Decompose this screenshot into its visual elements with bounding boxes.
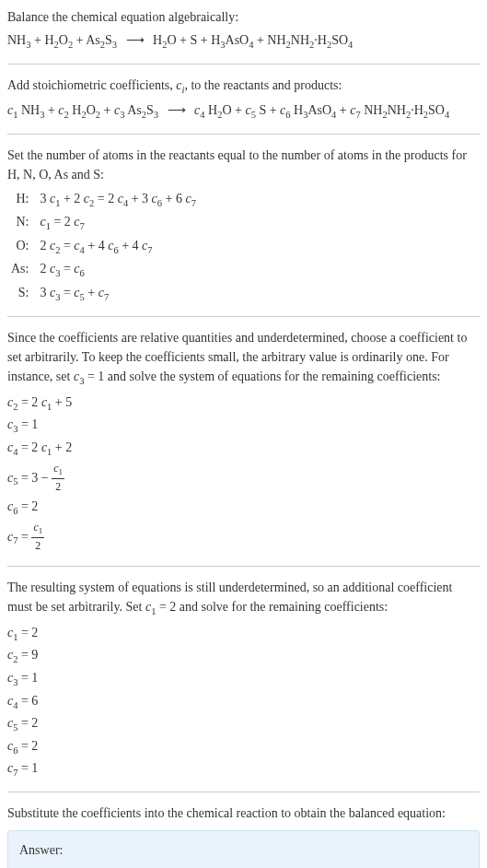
- coefficient-list: c2 = 2 c1 + 5 c3 = 1 c4 = 2 c1 + 2 c5 = …: [7, 393, 480, 555]
- step2-text: Set the number of atoms in the reactants…: [7, 146, 480, 184]
- step5-section: Substitute the coefficients into the che…: [7, 803, 480, 868]
- atom-label: H:: [7, 188, 36, 212]
- answer-label: Answer:: [19, 840, 468, 860]
- step5-text: Substitute the coefficients into the che…: [7, 803, 480, 823]
- intro-section: Balance the chemical equation algebraica…: [7, 7, 480, 53]
- coefficient-item: c2 = 2 c1 + 5: [7, 393, 480, 415]
- coefficient-list: c1 = 2 c2 = 9 c3 = 1 c4 = 6 c5 = 2 c6 = …: [7, 623, 480, 780]
- atom-equation: c1 = 2 c7: [36, 211, 199, 235]
- divider: [7, 134, 480, 135]
- coefficient-item: c4 = 6: [7, 691, 480, 713]
- atom-label: N:: [7, 211, 36, 235]
- divider: [7, 792, 480, 792]
- coefficient-item: c7 = 1: [7, 758, 480, 780]
- atom-label: As:: [7, 258, 36, 282]
- coefficient-item: c4 = 2 c1 + 2: [7, 438, 480, 460]
- atom-label: O:: [7, 235, 36, 259]
- divider: [7, 64, 480, 65]
- table-row: H: 3 c1 + 2 c2 = 2 c4 + 3 c6 + 6 c7: [7, 188, 200, 212]
- atom-equation: 3 c1 + 2 c2 = 2 c4 + 3 c6 + 6 c7: [36, 188, 199, 212]
- table-row: N: c1 = 2 c7: [7, 211, 200, 235]
- coefficient-item: c6 = 2: [7, 497, 480, 519]
- coefficient-item: c3 = 1: [7, 415, 480, 437]
- intro-equation: NH3 + H2O2 + As2S3 ⟶ H2O + S + H3AsO4 + …: [7, 30, 480, 53]
- coefficient-item: c5 = 2: [7, 713, 480, 735]
- step2-section: Set the number of atoms in the reactants…: [7, 146, 480, 306]
- atom-label: S:: [7, 282, 36, 306]
- step1-text: Add stoichiometric coefficients, ci, to …: [7, 76, 480, 98]
- table-row: S: 3 c3 = c5 + c7: [7, 282, 200, 306]
- divider: [7, 316, 480, 317]
- step1-equation: c1 NH3 + c2 H2O2 + c3 As2S3 ⟶ c4 H2O + c…: [7, 100, 480, 123]
- coefficient-item: c2 = 9: [7, 645, 480, 667]
- table-row: O: 2 c2 = c4 + 4 c6 + 4 c7: [7, 235, 200, 259]
- coefficient-item: c3 = 1: [7, 668, 480, 690]
- coefficient-item: c1 = 2: [7, 623, 480, 645]
- table-row: As: 2 c3 = c6: [7, 258, 200, 282]
- step3-text: Since the coefficients are relative quan…: [7, 328, 480, 389]
- divider: [7, 566, 480, 567]
- step1-section: Add stoichiometric coefficients, ci, to …: [7, 76, 480, 123]
- atom-balance-table: H: 3 c1 + 2 c2 = 2 c4 + 3 c6 + 6 c7 N: c…: [7, 188, 200, 306]
- step4-text: The resulting system of equations is sti…: [7, 578, 480, 619]
- step3-section: Since the coefficients are relative quan…: [7, 328, 480, 555]
- answer-box: Answer: 2 NH3 + 9 H2O2 + As2S3 ⟶ 6 H2O +…: [7, 830, 480, 868]
- intro-text: Balance the chemical equation algebraica…: [7, 7, 480, 27]
- coefficient-item: c7 = c12: [7, 520, 480, 556]
- coefficient-item: c6 = 2: [7, 736, 480, 758]
- coefficient-item: c5 = 3 − c12: [7, 461, 480, 497]
- atom-equation: 2 c2 = c4 + 4 c6 + 4 c7: [36, 235, 199, 259]
- step4-section: The resulting system of equations is sti…: [7, 578, 480, 780]
- atom-equation: 2 c3 = c6: [36, 258, 199, 282]
- atom-equation: 3 c3 = c5 + c7: [36, 282, 199, 306]
